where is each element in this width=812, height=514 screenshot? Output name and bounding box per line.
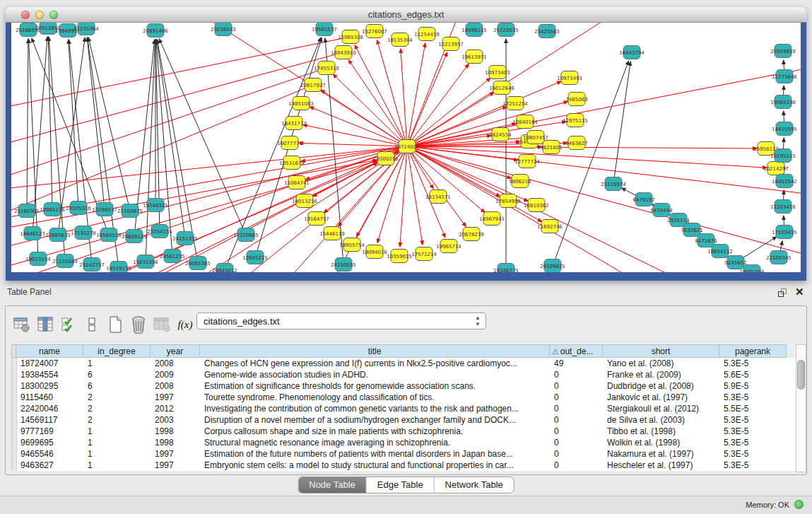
- network-edge[interactable]: [410, 52, 447, 141]
- cell-title[interactable]: Disruption of a novel member of a sodium…: [201, 415, 551, 425]
- table-row[interactable]: 2242004622012Investigating the contribut…: [12, 403, 797, 414]
- network-edge[interactable]: [333, 74, 402, 142]
- column-header-name[interactable]: name: [16, 344, 83, 358]
- cell-year[interactable]: 1997: [151, 460, 201, 470]
- cell-name[interactable]: 18724007: [17, 358, 84, 368]
- network-edge[interactable]: [783, 86, 784, 95]
- network-node[interactable]: 17455310: [314, 62, 339, 75]
- network-node[interactable]: 16077771: [277, 136, 302, 150]
- cell-title[interactable]: Investigating the contribution of common…: [201, 404, 551, 414]
- network-node[interactable]: 19344325: [143, 199, 168, 212]
- cell-out-de-[interactable]: 0: [551, 370, 604, 380]
- network-edge[interactable]: [87, 37, 104, 203]
- cell-short[interactable]: Jankovic et al. (1997): [604, 392, 720, 402]
- network-node[interactable]: 18955754: [339, 238, 365, 252]
- cell-out-de-[interactable]: 49: [551, 358, 604, 368]
- cell-out-de-[interactable]: 0: [551, 426, 604, 436]
- network-node[interactable]: 23754155: [147, 225, 172, 238]
- network-node[interactable]: 25959819: [770, 45, 796, 58]
- network-node[interactable]: 16452542: [772, 175, 797, 188]
- cell-year[interactable]: 1998: [151, 438, 201, 448]
- cell-in-degree[interactable]: 1: [84, 358, 151, 368]
- column-header-in-degree[interactable]: in_degree: [83, 344, 151, 358]
- network-node[interactable]: 25722035: [493, 23, 519, 37]
- network-node[interactable]: 9474444: [650, 204, 673, 217]
- cell-year[interactable]: 1998: [151, 426, 201, 436]
- network-node[interactable]: 17251254: [502, 97, 528, 110]
- network-node[interactable]: 26085365: [185, 257, 211, 270]
- network-node[interactable]: 10359015: [387, 250, 412, 263]
- window-titlebar[interactable]: citations_edges.txt: [6, 7, 806, 23]
- cell-in-degree[interactable]: 1: [84, 426, 151, 436]
- network-node[interactable]: 17571214: [411, 247, 437, 261]
- cell-year[interactable]: 2012: [151, 404, 201, 414]
- cell-in-degree[interactable]: 2: [84, 392, 151, 402]
- network-node[interactable]: 20891406: [143, 24, 168, 37]
- cell-out-de-[interactable]: 0: [551, 449, 604, 459]
- network-edge[interactable]: [783, 190, 784, 200]
- network-edge[interactable]: [348, 60, 404, 141]
- network-node[interactable]: 19565537: [312, 23, 337, 36]
- network-edge[interactable]: [413, 148, 801, 259]
- cell-name[interactable]: 22420046: [17, 404, 84, 414]
- column-header-year[interactable]: year: [151, 344, 200, 358]
- network-node[interactable]: 9463627: [565, 136, 587, 150]
- table-selector-dropdown[interactable]: citations_edges.txt ▲▼: [196, 313, 486, 329]
- network-node[interactable]: 21135684: [52, 255, 78, 268]
- cell-pagerank[interactable]: 5.3E-5: [720, 460, 787, 470]
- cell-name[interactable]: 9699695: [17, 438, 84, 448]
- network-edge[interactable]: [783, 138, 784, 149]
- row-height-button[interactable]: [81, 314, 102, 335]
- network-edge[interactable]: [299, 143, 401, 146]
- memory-status-dot[interactable]: [794, 500, 804, 509]
- network-node[interactable]: 22100345: [766, 251, 792, 264]
- cell-pagerank[interactable]: 5.3E-5: [720, 449, 787, 459]
- cell-name[interactable]: 9463627: [17, 460, 84, 470]
- column-header-short[interactable]: short: [603, 344, 719, 358]
- network-node[interactable]: 13196537: [92, 203, 117, 216]
- delete-rows-button[interactable]: [128, 314, 149, 335]
- cell-in-degree[interactable]: 6: [84, 381, 151, 391]
- network-node[interactable]: 10973493: [557, 71, 582, 85]
- close-panel-icon[interactable]: ✕: [795, 286, 804, 298]
- network-node[interactable]: 23142757: [79, 258, 105, 271]
- network-node[interactable]: 23236543: [211, 23, 236, 36]
- network-node[interactable]: 22885635: [45, 228, 71, 242]
- table-row[interactable]: 969969511998Structural magnetic resonanc…: [12, 437, 797, 448]
- network-node[interactable]: 10565518: [96, 228, 122, 242]
- network-edge[interactable]: [555, 61, 628, 259]
- network-node[interactable]: 18996115: [461, 23, 487, 37]
- network-node[interactable]: 11254419: [414, 28, 440, 41]
- network-edge[interactable]: [780, 241, 782, 252]
- new-table-button[interactable]: [105, 314, 126, 335]
- cell-year[interactable]: 2003: [151, 415, 201, 425]
- cell-short[interactable]: Wolkin et al. (1998): [604, 438, 720, 448]
- cell-pagerank[interactable]: 5.9E-5: [720, 381, 787, 391]
- cell-short[interactable]: Franke et al. (2009): [604, 370, 720, 380]
- cell-short[interactable]: Nakamura et al. (1997): [604, 449, 720, 459]
- network-node[interactable]: 16443794: [619, 46, 645, 59]
- tab-node-table[interactable]: Node Table: [298, 477, 366, 493]
- network-node[interactable]: 14415595: [772, 122, 797, 136]
- function-builder-button[interactable]: f(x): [175, 314, 196, 335]
- network-node[interactable]: 10214297: [763, 162, 789, 175]
- network-node[interactable]: 19965714: [436, 240, 461, 253]
- network-node[interactable]: 24150035: [331, 258, 356, 271]
- network-node[interactable]: 16810362: [524, 199, 549, 212]
- cell-year[interactable]: 1997: [151, 392, 201, 402]
- network-node[interactable]: 21104875: [117, 204, 143, 218]
- network-node[interactable]: 20945012: [212, 264, 237, 273]
- cell-name[interactable]: 9465546: [17, 449, 84, 459]
- network-edge[interactable]: [784, 216, 784, 226]
- cell-short[interactable]: Hescheler et al. (1997): [604, 460, 720, 470]
- cell-pagerank[interactable]: 5.3E-5: [720, 392, 787, 402]
- network-node[interactable]: 19346775: [493, 264, 519, 273]
- network-edge[interactable]: [27, 39, 28, 204]
- cell-out-de-[interactable]: 0: [551, 460, 604, 470]
- table-row[interactable]: 977716911998Corpus callosum shape and si…: [12, 426, 797, 437]
- cell-short[interactable]: de Silva et al. (2003): [604, 415, 720, 425]
- cell-short[interactable]: Yano et al. (2008): [604, 358, 720, 368]
- network-edge[interactable]: [413, 149, 746, 272]
- table-row[interactable]: 946554611997Estimation of the future num…: [12, 448, 797, 460]
- network-node[interactable]: 18431717: [281, 117, 307, 130]
